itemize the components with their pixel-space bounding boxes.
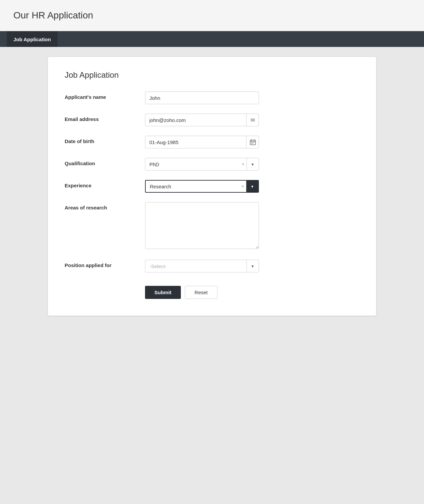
applicant-name-control [145,91,259,104]
chevron-down-icon: ▾ [251,184,254,189]
main-content: Job Application Applicant's name Email a… [0,47,424,326]
form-card: Job Application Applicant's name Email a… [48,57,376,316]
chevron-down-icon: ▾ [252,162,254,167]
areas-research-label: Areas of research [65,202,145,210]
position-select[interactable]: -Select- ▾ [145,260,259,272]
svg-rect-4 [251,142,252,143]
position-label: Position applied for [65,260,145,268]
qualification-value: PhD [145,162,240,167]
areas-research-control [145,202,259,250]
qualification-control: PhD × ▾ [145,158,259,171]
position-placeholder: -Select- [145,263,246,269]
areas-research-row: Areas of research [65,202,359,250]
submit-button[interactable]: Submit [145,286,181,299]
dob-row: Date of birth [65,136,359,148]
position-dropdown-button[interactable]: ▾ [246,260,259,272]
experience-control: Research × ▾ [145,180,259,193]
experience-clear-button[interactable]: × [239,184,246,189]
email-control: ✉ [145,114,259,126]
experience-dropdown-button[interactable]: ▾ [246,180,258,192]
applicant-name-row: Applicant's name [65,91,359,104]
reset-button[interactable]: Reset [185,286,217,299]
svg-rect-5 [253,142,253,143]
position-control: -Select- ▾ [145,260,259,272]
nav-tab-job-application[interactable]: Job Application [7,31,58,47]
email-input-wrapper: ✉ [145,114,259,126]
experience-value: Research [146,184,239,189]
qualification-dropdown-button[interactable]: ▾ [246,158,259,170]
form-buttons: Submit Reset [65,286,359,299]
qualification-row: Qualification PhD × ▾ [65,158,359,171]
experience-label: Experience [65,180,145,188]
applicant-name-input[interactable] [145,91,259,104]
experience-select[interactable]: Research × ▾ [145,180,259,193]
dob-label: Date of birth [65,136,145,144]
experience-row: Experience Research × ▾ [65,180,359,193]
app-title: Our HR Application [13,10,411,21]
email-row: Email address ✉ [65,114,359,126]
email-label: Email address [65,114,145,122]
email-icon[interactable]: ✉ [246,114,259,126]
qualification-select[interactable]: PhD × ▾ [145,158,259,171]
dob-control [145,136,259,148]
dob-input[interactable] [145,136,259,148]
email-input[interactable] [145,114,259,126]
nav-bar: Job Application [0,31,424,47]
position-row: Position applied for -Select- ▾ [65,260,359,272]
form-title: Job Application [65,70,359,80]
app-header: Our HR Application [0,0,424,31]
svg-rect-7 [251,143,252,144]
qualification-label: Qualification [65,158,145,166]
calendar-icon[interactable] [246,136,259,148]
areas-research-textarea[interactable] [145,202,259,249]
svg-rect-8 [253,143,253,144]
chevron-down-icon: ▾ [252,264,254,269]
dob-input-wrapper [145,136,259,148]
applicant-name-label: Applicant's name [65,91,145,100]
qualification-clear-button[interactable]: × [240,162,246,167]
svg-rect-6 [254,142,255,143]
